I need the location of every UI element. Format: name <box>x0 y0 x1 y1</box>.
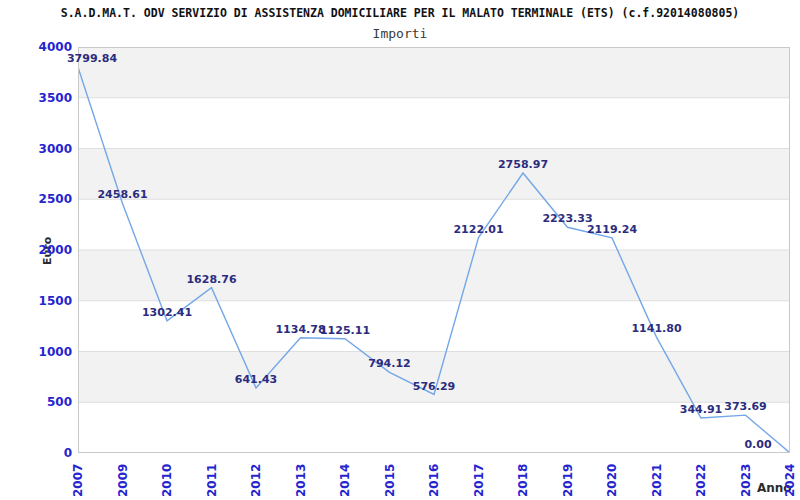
data-point-label: 576.29 <box>394 380 474 393</box>
data-point-label: 1141.80 <box>617 322 697 335</box>
data-point-label: 641.43 <box>216 373 296 386</box>
x-tick-label: 2012 <box>249 464 263 497</box>
x-tick-label: 2009 <box>116 464 130 497</box>
chart-title: S.A.D.MA.T. ODV SERVIZIO DI ASSISTENZA D… <box>0 6 800 20</box>
x-tick-label: 2016 <box>427 464 441 497</box>
data-point-label: 2758.97 <box>483 158 563 171</box>
chart-subtitle: Importi <box>0 26 800 41</box>
data-point-label: 1628.76 <box>172 273 252 286</box>
x-tick-label: 2021 <box>650 464 664 497</box>
x-tick-label: 2007 <box>71 464 85 497</box>
plot-band <box>78 149 790 200</box>
x-tick-label: 2015 <box>383 464 397 497</box>
x-tick-label: 2023 <box>739 464 753 497</box>
x-tick-label: 2010 <box>160 464 174 497</box>
y-tick-label: 3500 <box>26 91 72 105</box>
y-tick-label: 3000 <box>26 142 72 156</box>
y-tick-label: 2000 <box>26 243 72 257</box>
x-tick-label: 2022 <box>694 464 708 497</box>
x-tick-label: 2017 <box>472 464 486 497</box>
x-tick-label: 2013 <box>294 464 308 497</box>
y-tick-label: 1000 <box>26 345 72 359</box>
plot-band <box>78 47 790 98</box>
data-point-label: 2122.01 <box>439 223 519 236</box>
plot-band <box>78 98 790 149</box>
data-point-label: 3799.84 <box>52 52 132 65</box>
plot-band <box>78 199 790 250</box>
data-point-label: 373.69 <box>706 400 786 413</box>
data-point-label: 0.00 <box>718 438 798 451</box>
x-tick-label: 2014 <box>338 464 352 497</box>
x-tick-label: 2024 <box>783 464 797 497</box>
y-tick-label: 500 <box>26 395 72 409</box>
x-tick-label: 2019 <box>561 464 575 497</box>
x-tick-label: 2020 <box>605 464 619 497</box>
y-tick-label: 0 <box>26 446 72 460</box>
data-point-label: 1125.11 <box>305 324 385 337</box>
data-point-label: 2458.61 <box>83 188 163 201</box>
x-tick-label: 2011 <box>205 464 219 497</box>
y-tick-label: 1500 <box>26 294 72 308</box>
x-tick-label: 2018 <box>516 464 530 497</box>
data-point-label: 2119.24 <box>572 223 652 236</box>
y-tick-label: 2500 <box>26 192 72 206</box>
line-chart: S.A.D.MA.T. ODV SERVIZIO DI ASSISTENZA D… <box>0 0 800 500</box>
data-point-label: 1302.41 <box>127 306 207 319</box>
data-point-label: 794.12 <box>350 357 430 370</box>
